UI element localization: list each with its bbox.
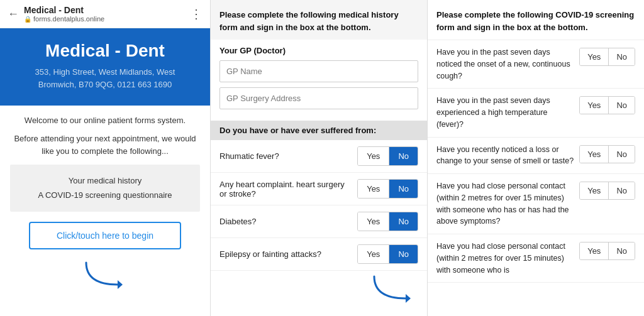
svg-marker-1 <box>406 294 411 303</box>
menu-button[interactable]: ⋮ <box>190 6 203 21</box>
covid-yes-0[interactable]: Yes <box>580 48 608 65</box>
forms-list-item-1: Your medical history <box>16 173 194 188</box>
middle-arrow-container <box>211 271 427 307</box>
header-subtitle: 🔒 forms.dentalplus.online <box>24 15 104 23</box>
middle-header-text: Please complete the following medical hi… <box>219 9 418 33</box>
welcome-text: Welcome to our online patient forms syst… <box>25 116 186 125</box>
covid-yes-3[interactable]: Yes <box>580 182 608 199</box>
yes-no-group-2: Yes No <box>357 212 418 231</box>
right-panel: Please complete the following COVID-19 s… <box>428 0 644 316</box>
covid-row-1: Have you in the past seven days experien… <box>428 89 644 137</box>
covid-yn-group-4: Yes No <box>579 242 635 260</box>
middle-header: Please complete the following medical hi… <box>211 0 427 40</box>
covid-yes-4[interactable]: Yes <box>580 242 608 259</box>
covid-no-3[interactable]: No <box>609 182 635 199</box>
covid-no-2[interactable]: No <box>609 146 635 163</box>
gp-section: Your GP (Doctor) <box>211 40 427 121</box>
covid-no-0[interactable]: No <box>609 48 635 65</box>
header-title: Medical - Dent <box>24 5 104 15</box>
condition-row-0: Rhumatic fever? Yes No <box>211 140 427 173</box>
yes-button-0[interactable]: Yes <box>358 147 389 165</box>
condition-row-2: Diabetes? Yes No <box>211 205 427 238</box>
covid-yes-2[interactable]: Yes <box>580 146 608 163</box>
condition-row-1: Any heart complaint. heart surgery or st… <box>211 173 427 205</box>
yes-no-group-1: Yes No <box>357 179 418 199</box>
covid-no-1[interactable]: No <box>609 97 635 114</box>
condition-label-1: Any heart complaint. heart surgery or st… <box>219 180 357 199</box>
covid-label-0: Have you in the past seven days noticed … <box>436 46 579 82</box>
covid-row-3: Have you had close personal contact (wit… <box>428 174 644 234</box>
yes-no-group-3: Yes No <box>357 244 418 264</box>
covid-no-4[interactable]: No <box>609 242 635 259</box>
yes-no-group-0: Yes No <box>357 146 418 166</box>
gp-label: Your GP (Doctor) <box>219 46 418 55</box>
covid-label-4: Have you had close personal contact (wit… <box>436 241 579 276</box>
covid-yn-group-0: Yes No <box>579 48 635 66</box>
covid-yn-group-1: Yes No <box>579 96 635 114</box>
covid-label-3: Have you had close personal contact (wit… <box>436 180 579 227</box>
covid-row-2: Have you recently noticed a loss or chan… <box>428 138 644 175</box>
banner-address: 353, High Street, West Midlands, West Br… <box>10 66 200 90</box>
condition-label-0: Rhumatic fever? <box>219 151 357 161</box>
covid-yn-group-2: Yes No <box>579 145 635 163</box>
begin-arrow <box>80 259 130 293</box>
lock-icon: 🔒 <box>24 16 31 23</box>
condition-label-2: Diabetes? <box>219 217 357 226</box>
yes-button-1[interactable]: Yes <box>358 180 389 198</box>
covid-label-1: Have you in the past seven days experien… <box>436 95 579 130</box>
forms-list-item-2: A COVID-19 screening questionnaire <box>16 188 194 202</box>
yes-button-3[interactable]: Yes <box>358 245 389 263</box>
svg-marker-0 <box>118 280 123 289</box>
blue-banner: Medical - Dent 353, High Street, West Mi… <box>0 28 210 106</box>
conditions-header: Do you have or have ever suffered from: <box>211 121 427 140</box>
back-button[interactable]: ← <box>8 8 19 21</box>
covid-row-4: Have you had close personal contact (wit… <box>428 234 644 283</box>
covid-label-2: Have you recently noticed a loss or chan… <box>436 144 579 168</box>
left-body: Welcome to our online patient forms syst… <box>0 106 210 316</box>
right-header: Please complete the following COVID-19 s… <box>428 0 644 40</box>
yes-button-2[interactable]: Yes <box>358 212 389 231</box>
begin-button[interactable]: Click/touch here to begin <box>29 222 181 249</box>
before-text: Before attending your next appointment, … <box>10 133 200 157</box>
no-button-1[interactable]: No <box>389 180 418 198</box>
covid-yes-1[interactable]: Yes <box>580 97 608 114</box>
condition-label-3: Epilepsy or fainting attacks? <box>219 249 357 259</box>
gp-name-input[interactable] <box>219 60 418 82</box>
no-button-3[interactable]: No <box>389 245 418 263</box>
forms-list-box: Your medical history A COVID-19 screenin… <box>10 165 200 212</box>
condition-row-3: Epilepsy or fainting attacks? Yes No <box>211 238 427 271</box>
covid-row-0: Have you in the past seven days noticed … <box>428 40 644 89</box>
right-header-text: Please complete the following COVID-19 s… <box>436 9 635 33</box>
covid-yn-group-3: Yes No <box>579 182 635 200</box>
gp-address-input[interactable] <box>219 87 418 109</box>
no-button-0[interactable]: No <box>389 147 418 165</box>
middle-panel: Please complete the following medical hi… <box>211 0 428 316</box>
banner-title: Medical - Dent <box>10 41 200 61</box>
no-button-2[interactable]: No <box>389 212 418 231</box>
left-panel: ← Medical - Dent 🔒 forms.dentalplus.onli… <box>0 0 211 316</box>
left-header: ← Medical - Dent 🔒 forms.dentalplus.onli… <box>0 0 210 28</box>
